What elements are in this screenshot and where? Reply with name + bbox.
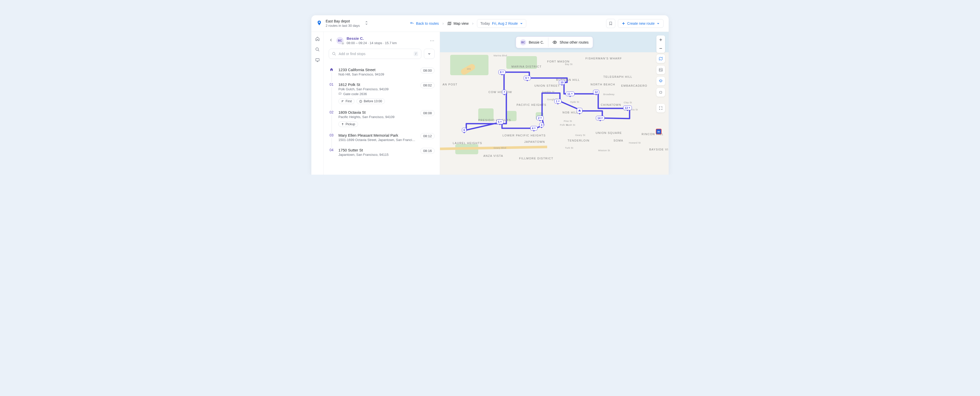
map-marker[interactable]: 12 [593,90,599,94]
pin-icon [317,20,322,27]
undo-icon [410,21,414,25]
map-view-label[interactable]: Map view [447,21,469,25]
search-input-container[interactable]: / [329,49,422,59]
date-route: Fri, Aug 2 Route [492,21,518,25]
stop-chip: Before 13:00 [356,98,385,104]
map-marker[interactable]: 13 [623,106,632,110]
map-marker[interactable]: 4 [530,126,538,131]
stop-row[interactable]: 021809 Octavia StPacific Heights, San Fr… [329,107,434,130]
stop-chip: First [339,98,355,104]
center-button[interactable] [656,88,665,97]
svg-point-0 [316,48,318,51]
breadcrumb: Back to routes › Map view › Today Fri, A… [410,19,526,28]
driver-summary: 08:00 – 09:24 · 14 stops · 15.7 km [347,41,427,45]
stop-number: 04 [329,148,334,152]
map-marker[interactable]: 5 [496,120,504,124]
map-marker[interactable]: 11 [566,92,574,96]
search-input[interactable] [339,52,411,56]
map-canvas[interactable]: 80 MARINA DISTRICTFORT MASONFISHERMAN'S … [440,32,669,175]
map-label: TENDERLOIN [568,139,590,142]
map-marker[interactable]: 8 [498,70,506,74]
depot-sub: 2 routes in last 30 days [326,24,360,28]
zoom-in-button[interactable] [656,35,665,44]
stop-time: 08:02 [420,82,434,88]
sort-dropdown[interactable] [424,49,434,59]
stop-row[interactable]: 1233 California StreetNob Hill, San Fran… [329,65,434,79]
selector-icon[interactable] [365,21,368,26]
fullscreen-button[interactable] [656,104,665,112]
map-style-button[interactable] [656,54,665,63]
map-overlay-pill: BC Bessie C. Show other routes [516,36,593,48]
stop-address: 1501-1699 Octavia Street, Japantown, San… [339,138,416,142]
map-label: FILLMORE DISTRICT [519,157,553,160]
driver-name[interactable]: Bessie C. [347,36,427,41]
stop-title: 1750 Sutter St [339,148,416,152]
back-label: Back to routes [416,21,439,25]
layers-button[interactable] [656,77,665,86]
more-menu-button[interactable]: ⋯ [430,38,434,43]
present-icon[interactable] [315,58,320,63]
map-label: LAUREL HEIGHTS [453,141,482,144]
home-icon[interactable] [315,36,320,42]
show-other-routes-toggle[interactable]: Show other routes [548,38,593,47]
map-marker[interactable]: 2 [536,116,544,120]
map-marker[interactable]: 6 [462,128,466,132]
stop-time: 08:08 [420,110,434,116]
map-label: Howard St [629,141,641,144]
stop-time: 08:16 [420,148,434,154]
stop-number: 03 [329,133,334,137]
search-icon[interactable] [315,47,320,53]
topbar: East Bay depot 2 routes in last 30 days … [311,15,669,32]
map-label: CHINATOWN [601,103,621,106]
chevron-down-icon [657,22,660,25]
svg-rect-6 [660,91,662,93]
stop-title: 1812 Polk St [339,82,416,87]
back-arrow[interactable] [329,38,333,43]
side-rail [311,32,324,175]
map-label: MARINA DISTRICT [511,65,542,68]
stops-list[interactable]: 1233 California StreetNob Hill, San Fran… [329,65,434,175]
map-marker[interactable]: 7 [502,90,507,94]
search-icon [332,52,336,56]
map-label: Pine St [564,120,572,122]
map-icon [447,21,452,25]
map-label: Bay St [565,63,573,65]
map-marker[interactable]: 14 [596,116,605,120]
satellite-button[interactable] [656,65,665,74]
map-label: 101 [467,68,471,70]
driver-avatar[interactable]: BC ◷ [336,37,344,44]
stop-row[interactable]: 041750 Sutter StJapantown, San Francisco… [329,145,434,160]
map-label: Geary St [575,134,585,136]
map-marker[interactable]: 9 [524,76,531,80]
date-selector[interactable]: Today Fri, Aug 2 Route [477,19,526,28]
map-marker[interactable]: 10 [559,80,565,85]
stop-row[interactable]: 03Mary Ellen Pleasant Memorial Park1501-… [329,130,434,145]
plus-icon [622,22,625,25]
map-label: Franklin St [542,90,555,93]
stop-time: 08:00 [420,68,434,73]
map-label: Geary Blvd [493,147,506,149]
create-route-button[interactable]: Create new route [618,19,663,28]
driver-pill[interactable]: BC Bessie C. [516,37,548,48]
stop-address: Pacific Heights, San Francisco, 94109 [339,115,416,119]
map-label: Marina Blvd [493,54,507,57]
zoom-out-button[interactable] [656,44,665,53]
map-label: SOMA [614,139,623,142]
back-to-routes-link[interactable]: Back to routes [410,21,439,25]
stop-address: Japantown, San Francisco, 94115 [339,153,416,157]
eye-icon [552,40,557,44]
stop-address: Nob Hill, San Francisco, 94109 [339,73,416,76]
map-marker[interactable]: 3 [539,123,544,127]
map-label: NOB HILL [563,111,578,114]
depot-name: East Bay depot [326,19,360,24]
map-label: Broadway [603,93,614,96]
home-icon [329,68,334,73]
stop-row[interactable]: 011812 Polk StPolk Gulch, San Francisco,… [329,79,434,107]
svg-point-4 [554,42,555,43]
map-marker[interactable]: 1 [554,99,562,103]
bookmark-button[interactable] [606,19,615,28]
bookmark-icon [609,21,613,25]
depot-block[interactable]: East Bay depot 2 routes in last 30 days [317,19,368,28]
map-home-marker[interactable] [577,108,582,114]
map-label: BAYSIDE VILLAGE [649,148,669,151]
